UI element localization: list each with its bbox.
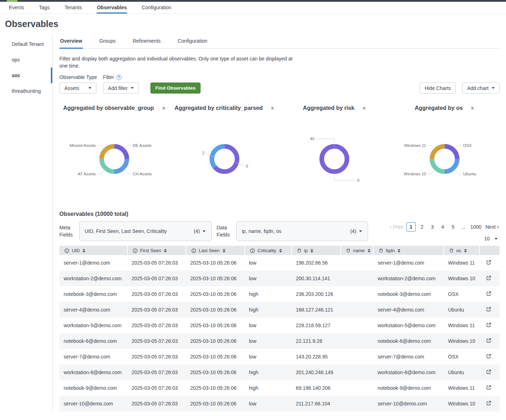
chart-slice-label: DE Assets <box>133 143 151 148</box>
sort-icon[interactable] <box>82 249 85 252</box>
pagination-page-5[interactable]: 5 <box>449 223 457 231</box>
info-icon <box>133 248 138 253</box>
external-link-icon[interactable] <box>486 353 492 359</box>
nav-item-tags[interactable]: Tags <box>39 2 50 14</box>
sort-icon[interactable] <box>279 249 282 252</box>
external-link-icon[interactable] <box>486 384 492 390</box>
external-link-icon[interactable] <box>486 291 492 297</box>
pagination-page-1[interactable]: 1 <box>406 222 416 232</box>
table-row: server-1@demo.com2025-03-05 07:26:032025… <box>59 255 500 271</box>
sort-icon[interactable] <box>164 249 167 252</box>
external-link-icon[interactable] <box>486 337 492 344</box>
chart-close-icon[interactable]: ✕ <box>362 106 366 111</box>
cell-uid: workstation-8@demo.com <box>59 365 127 380</box>
column-header-first-seen[interactable]: First Seen <box>127 246 186 255</box>
sidebar-item-soc[interactable]: soc <box>0 68 52 83</box>
filter-label: Filter <box>103 74 114 80</box>
cell-actions <box>479 286 500 302</box>
external-link-icon[interactable] <box>486 369 492 375</box>
column-header-name[interactable]: name <box>341 246 373 255</box>
chart-close-icon[interactable]: ✕ <box>162 106 166 111</box>
external-link-icon[interactable] <box>486 259 492 265</box>
tab-overview[interactable]: Overview <box>59 35 83 49</box>
pagination-page-3[interactable]: 3 <box>428 223 436 231</box>
sort-icon[interactable] <box>398 249 400 252</box>
chart-title-row: Aggregated by observable_group✕ <box>59 104 170 112</box>
hide-charts-button[interactable]: Hide Charts <box>420 83 456 94</box>
cell-uid: workstation-5@demo.com <box>59 318 127 333</box>
chart-slice-label: Windows 11 <box>404 143 426 148</box>
column-header-ip[interactable]: ip <box>292 246 341 255</box>
cell-ip: 69.196.140.206 <box>292 380 341 396</box>
page-size-select[interactable]: 10 <box>484 236 497 241</box>
top-accent-bar <box>0 0 506 2</box>
column-header-fqdn[interactable]: fqdn <box>373 246 444 255</box>
find-observables-button[interactable]: Find Observables <box>150 83 201 94</box>
external-link-icon[interactable] <box>486 275 492 281</box>
cell-os: Windows 10 <box>444 396 479 411</box>
nav-item-events[interactable]: Events <box>9 2 24 14</box>
tab-configuration[interactable]: Configuration <box>177 35 208 49</box>
cell-name <box>341 318 373 333</box>
sort-icon[interactable] <box>368 249 371 252</box>
sort-icon[interactable] <box>310 249 313 252</box>
sort-icon[interactable] <box>464 249 467 252</box>
add-filter-dropdown[interactable]: Add filter <box>103 83 139 94</box>
help-icon[interactable]: ? <box>116 75 122 80</box>
external-link-icon[interactable] <box>486 306 492 312</box>
cell-first-seen: 2025-03-05 07:26:03 <box>127 302 186 318</box>
cell-fqdn: workstation-5@demo.com <box>373 318 444 333</box>
external-link-icon[interactable] <box>486 322 492 328</box>
pagination-page-2[interactable]: 2 <box>418 223 426 231</box>
chart-close-icon[interactable]: ✕ <box>470 106 474 111</box>
column-header-last-seen[interactable]: Last Seen <box>186 246 245 255</box>
cell-ip: 201.240.248.149 <box>292 365 341 380</box>
cell-uid: notebook-9@demo.com <box>59 380 127 396</box>
chevron-down-icon <box>131 87 134 89</box>
filter-label-row: Filter ? <box>103 74 139 80</box>
pagination-next[interactable]: Next › <box>485 222 500 232</box>
nav-item-configuration[interactable]: Configuration <box>142 2 171 14</box>
column-label: name <box>353 248 365 253</box>
chevron-down-icon <box>495 238 497 240</box>
chart-close-icon[interactable]: ✕ <box>271 106 275 111</box>
table-row: notebook-3@demo.com2025-03-05 07:26:0320… <box>59 286 500 302</box>
sidebar-item-threathunting[interactable]: threathunting <box>0 83 52 99</box>
nav-item-tenants[interactable]: Tenants <box>64 2 82 14</box>
sort-icon[interactable] <box>223 249 225 252</box>
observable-type-group: Observable Type Assets <box>59 74 97 94</box>
meta-fields-value: UID, First Seen, Last Seen, Criticality <box>85 228 194 234</box>
tab-groups[interactable]: Groups <box>98 35 116 49</box>
cell-fqdn: workstation-2@demo.com <box>373 271 444 286</box>
cell-os: Ubuntu <box>444 365 479 380</box>
cell-fqdn: notebook-3@demo.com <box>373 286 444 302</box>
chart-panel: Aggregated by risk✕400 <box>279 104 390 201</box>
column-header-uid[interactable]: UID <box>59 246 127 255</box>
tab-refinements[interactable]: Refinements <box>132 35 161 49</box>
sidebar-item-ops[interactable]: ops <box>0 52 52 68</box>
add-chart-dropdown[interactable]: Add chart <box>462 83 500 94</box>
meta-fields-select[interactable]: UID, First Seen, Last Seen, Criticality … <box>79 221 212 241</box>
nav-item-observables[interactable]: Observables <box>97 2 127 14</box>
observable-type-select[interactable]: Assets <box>59 83 96 94</box>
info-icon <box>191 248 196 253</box>
cell-name <box>341 380 373 396</box>
pagination-page-4[interactable]: 4 <box>439 223 447 231</box>
table-row: workstation-8@demo.com2025-03-05 07:26:0… <box>59 365 500 380</box>
chart-buttons: Hide Charts Add chart <box>420 83 500 94</box>
cell-actions <box>479 318 500 333</box>
cell-last-seen: 2025-03-10 05:26:06 <box>186 286 245 302</box>
chart-slice-label: OSX <box>463 143 472 148</box>
external-link-icon[interactable] <box>486 400 492 406</box>
column-header-criticality[interactable]: Criticality <box>245 246 292 255</box>
chart-title: Aggregated by criticality_parsed <box>175 105 263 111</box>
cell-os: OSX <box>444 349 479 365</box>
data-fields-select[interactable]: ip, name, fqdn, os (4) <box>236 221 368 241</box>
chevron-down-icon <box>492 87 495 89</box>
column-header-os[interactable]: os <box>444 246 479 255</box>
database-icon <box>297 248 302 253</box>
sidebar-item-default-tenant[interactable]: Default Tenant <box>0 36 52 52</box>
chart-slice-label: 40 <box>310 137 314 141</box>
chart-slice-label: CH Assets <box>133 172 152 176</box>
pagination-page-1000[interactable]: 1000 <box>470 223 482 231</box>
